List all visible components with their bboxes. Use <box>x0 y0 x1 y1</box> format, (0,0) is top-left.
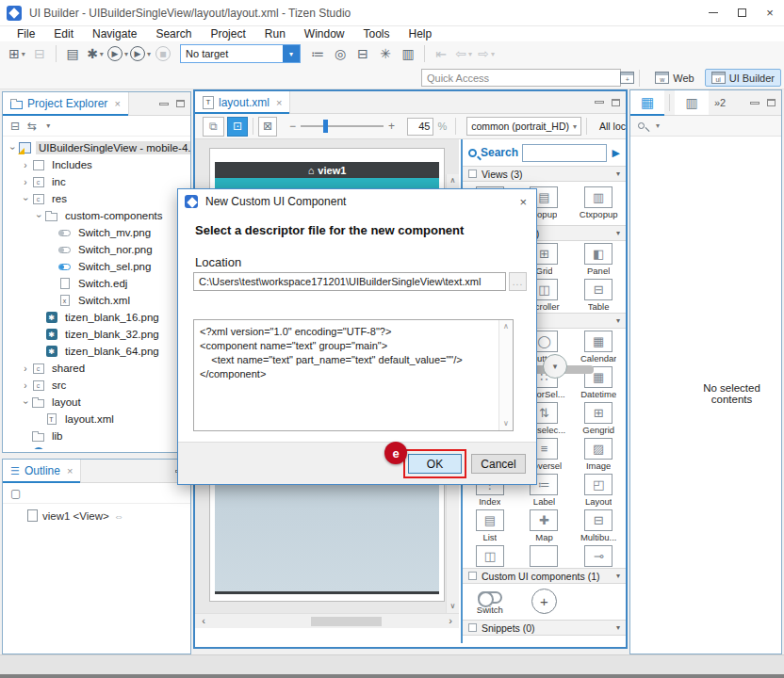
tree-item[interactable]: ›Includes <box>3 156 190 173</box>
more-tabs-button[interactable]: »2 <box>709 90 731 115</box>
palette-item-hidden[interactable]: ⊸ <box>571 543 626 568</box>
perspective-web-button[interactable]: w Web <box>648 69 700 87</box>
chevron-down-icon[interactable]: ▾ <box>22 50 25 58</box>
tree-item[interactable]: ›UIBuilderSingleView - mobile-4.0 <box>3 139 190 156</box>
tab-problems[interactable]: ▥ <box>675 90 709 115</box>
tab-project-explorer[interactable]: Project Explorer × <box>3 92 129 115</box>
minimize-panel-icon[interactable] <box>750 102 760 105</box>
tree-item[interactable]: ›csrc <box>3 377 190 394</box>
menu-search[interactable]: Search <box>146 27 201 40</box>
tree-item[interactable]: ›cres <box>3 190 190 207</box>
palette-item-hidden[interactable]: + <box>517 584 572 620</box>
palette-search-input[interactable] <box>522 144 607 162</box>
cancel-button[interactable]: Cancel <box>471 454 526 474</box>
search-go-icon[interactable]: ▶ <box>611 147 622 159</box>
maximize-panel-icon[interactable] <box>612 99 620 106</box>
palette-item-table[interactable]: ⊟Table <box>571 277 626 313</box>
menu-run[interactable]: Run <box>255 27 295 40</box>
tree-item[interactable]: ✱tizen_blank_16.png <box>3 309 190 326</box>
menu-project[interactable]: Project <box>201 27 254 40</box>
chevron-expanded-icon[interactable]: › <box>21 396 31 408</box>
fit-to-screen-button[interactable]: ⊠ <box>258 117 277 137</box>
emulator-manager-button[interactable]: ≔ <box>307 43 328 64</box>
chevron-collapsed-icon[interactable]: › <box>20 160 31 170</box>
link-with-editor-icon[interactable]: ⇆ <box>27 120 37 133</box>
run-history-button[interactable]: ▶▾ <box>130 43 151 64</box>
menu-navigate[interactable]: Navigate <box>83 27 146 40</box>
tree-item[interactable]: Tlayout.xml <box>3 411 190 428</box>
debug-button[interactable]: ✱▾ <box>85 43 106 64</box>
quick-access-input[interactable]: Quick Access <box>421 69 621 87</box>
canvas-horizontal-scrollbar[interactable]: ‹ › <box>195 613 459 628</box>
chevron-down-icon[interactable]: ▾ <box>468 50 472 58</box>
tree-item[interactable]: Switch.edj <box>3 275 190 292</box>
perspective-ui-builder-button[interactable]: ui UI Builder <box>705 69 781 87</box>
target-combo[interactable]: No target▾ <box>180 44 301 63</box>
zoom-out-icon[interactable]: − <box>285 120 301 133</box>
chevron-down-icon[interactable]: ▾ <box>147 50 151 58</box>
scroll-down-icon[interactable]: ∨ <box>499 417 513 430</box>
open-perspective-icon[interactable]: + <box>620 72 634 84</box>
tree-item[interactable]: lib <box>3 428 190 444</box>
zoom-slider-handle[interactable] <box>323 120 328 133</box>
scroll-right-icon[interactable]: › <box>444 614 457 628</box>
chevron-collapsed-icon[interactable]: › <box>20 380 31 391</box>
design-view-button[interactable]: ⊡ <box>227 117 249 137</box>
palette-item-ctxpopup[interactable]: ▥Ctxpopup <box>571 182 626 225</box>
palette-item-multibu[interactable]: ⊟Multibu... <box>571 508 626 543</box>
palette-scroll-down-button[interactable]: ▾ <box>543 354 567 379</box>
tree-item[interactable]: ›layout <box>3 394 190 411</box>
chevron-collapsed-icon[interactable]: › <box>20 363 31 374</box>
stop-button[interactable]: ◼ <box>153 43 173 64</box>
close-icon[interactable]: × <box>67 465 73 476</box>
tree-item[interactable]: Switch_sel.png <box>3 258 190 275</box>
window-maximize-button[interactable] <box>727 0 756 26</box>
package-manager-button[interactable]: ⊟ <box>352 43 373 64</box>
save-all-button[interactable]: ⊟ <box>29 43 50 64</box>
chevron-down-icon[interactable]: ▾ <box>616 170 620 178</box>
zoom-slider[interactable]: − + <box>285 120 400 133</box>
certificate-manager-button[interactable]: ✳ <box>375 43 396 64</box>
zoom-value-input[interactable]: 45 <box>407 118 433 136</box>
view-menu-icon[interactable]: ▾ <box>46 121 50 130</box>
palette-item-switch[interactable]: Switch <box>463 584 517 620</box>
forward-button[interactable]: ⇨▾ <box>476 43 497 64</box>
location-input[interactable]: C:\Users\test\workspace171201\UIBuilderS… <box>193 272 506 291</box>
maximize-panel-icon[interactable] <box>767 99 776 106</box>
chevron-expanded-icon[interactable]: › <box>34 210 44 221</box>
tree-item[interactable]: Switch_nor.png <box>3 241 190 258</box>
palette-section-snippets[interactable]: Snippets (0)▾ <box>463 620 626 636</box>
palette-item-layout[interactable]: ◰Layout <box>571 472 626 508</box>
scroll-up-icon[interactable]: ∧ <box>499 320 513 333</box>
palette-item-calendar[interactable]: ▦Calendar <box>571 329 626 364</box>
view1-titlebar[interactable]: ⌂ view1 <box>215 162 439 178</box>
zoom-in-icon[interactable]: + <box>384 120 400 133</box>
back-button[interactable]: ⇦▾ <box>453 43 474 64</box>
tree-item[interactable]: Switch_mv.png <box>3 224 190 241</box>
focus-view-icon[interactable]: ▢ <box>10 487 21 500</box>
textarea-scrollbar[interactable]: ∧ ∨ <box>498 320 513 430</box>
run-button[interactable]: ▶▾ <box>107 43 128 64</box>
dialog-close-button[interactable]: × <box>510 195 536 209</box>
palette-section-custom[interactable]: Custom UI components (1)▾ <box>463 568 626 584</box>
dynamic-analyzer-button[interactable]: ◎ <box>330 43 351 64</box>
browse-button[interactable]: ... <box>509 272 527 291</box>
maximize-panel-icon[interactable] <box>176 100 185 107</box>
pin-icon[interactable] <box>638 122 645 129</box>
palette-item-hidden[interactable]: ◫ <box>463 543 517 568</box>
menu-help[interactable]: Help <box>400 27 442 40</box>
chevron-expanded-icon[interactable]: › <box>21 193 31 204</box>
close-icon[interactable]: × <box>276 97 282 108</box>
binary-editor-button[interactable]: ▤ <box>62 43 83 64</box>
chevron-down-icon[interactable]: ▾ <box>616 229 620 237</box>
window-close-button[interactable]: × <box>756 0 784 26</box>
tree-item[interactable]: ›cshared <box>3 360 190 377</box>
chevron-down-icon[interactable]: ▾ <box>283 45 300 62</box>
scroll-down-icon[interactable]: ∨ <box>447 600 459 613</box>
palette-item-gengrid[interactable]: ⊞Gengrid <box>571 400 626 436</box>
tree-item[interactable]: ✱tizen_blank_64.png <box>3 343 190 360</box>
tab-outline[interactable]: ☰ Outline × <box>3 460 81 482</box>
dialog-titlebar[interactable]: New Custom UI Component × <box>178 189 536 214</box>
minimize-panel-icon[interactable] <box>595 101 604 104</box>
chevron-down-icon[interactable]: ▾ <box>100 50 104 58</box>
